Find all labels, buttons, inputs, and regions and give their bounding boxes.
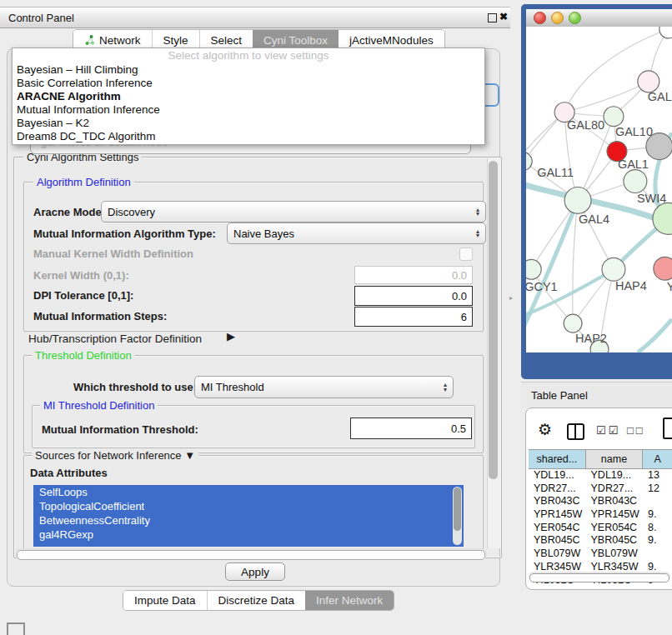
table-cell: YBL079W: [529, 548, 586, 561]
network-icon: [84, 34, 95, 46]
close-traffic-light-icon[interactable]: [534, 12, 546, 24]
tab-label: Cyni Toolbox: [263, 34, 328, 47]
collapsed-panel-icon[interactable]: [7, 622, 25, 635]
control-panel-titlebar: Control Panel ✖: [0, 7, 510, 28]
node-label: Y: [667, 280, 672, 293]
table-cell: [643, 548, 672, 561]
tab-label: Network: [99, 34, 141, 47]
node-label: GAL11: [537, 166, 574, 179]
algorithm-option-bayesian-k2[interactable]: Bayesian – K2: [13, 117, 484, 130]
node-table: shared...nameA YDL19...YDL19...13YDR27..…: [529, 449, 672, 587]
table-row[interactable]: YDR27...YDR27...12: [529, 482, 672, 496]
mi-threshold-field[interactable]: [350, 418, 472, 439]
tab-label: Discretize Data: [218, 594, 295, 607]
show-columns-icon[interactable]: ☑☑: [596, 424, 620, 437]
mi-algorithm-type-label: Mutual Information Algorithm Type:: [33, 228, 216, 240]
network-node-y[interactable]: [654, 257, 672, 280]
network-node-gcy1[interactable]: [526, 259, 541, 279]
settings-hscrollbar-thumb[interactable]: [17, 550, 485, 560]
aracne-mode-value: Discovery: [108, 206, 155, 218]
table-row[interactable]: YBR043CYBR043C: [529, 495, 672, 508]
algorithm-option-basic-correlation-inference[interactable]: Basic Correlation Inference: [13, 77, 484, 90]
table-row[interactable]: YPR145WYPR145W9.: [529, 508, 672, 522]
column-header-a[interactable]: A: [643, 450, 672, 468]
table-row[interactable]: YBL079WYBL079W: [529, 548, 672, 561]
network-node-hap4[interactable]: [602, 258, 625, 281]
table-cell: [643, 495, 672, 508]
network-canvas[interactable]: GALGAL80GAL10GAL1GAL11SWI4GAL4GCY1HAP4YH…: [526, 27, 672, 352]
table-cell: YDR27...: [586, 482, 644, 496]
network-node-hap2[interactable]: [564, 314, 582, 332]
algorithm-dropdown-popup: Select algorithm to view settings Bayesi…: [12, 48, 485, 145]
table-cell: 9.: [643, 508, 672, 522]
table-row[interactable]: YER054CYER054C8.: [529, 522, 672, 535]
network-node-gal11[interactable]: [526, 152, 532, 171]
splitter-handle[interactable]: ▸: [509, 294, 513, 302]
mi-steps-field[interactable]: [354, 307, 473, 327]
network-node[interactable]: [659, 27, 672, 38]
node-label: HAP4: [615, 279, 647, 292]
algorithm-option-aracne-algorithm[interactable]: ARACNE Algorithm: [13, 90, 484, 103]
network-node-gal4[interactable]: [564, 188, 591, 214]
table-cell: YBR043C: [586, 495, 644, 508]
threshold-definition-title: Threshold Definition: [32, 349, 135, 362]
column-header-name[interactable]: name: [586, 450, 644, 468]
table-hscrollbar-thumb[interactable]: [529, 573, 669, 582]
table-cell: YBR045C: [586, 534, 644, 548]
tab-discretize-data[interactable]: Discretize Data: [207, 591, 306, 610]
table-header-row: shared...nameA: [529, 449, 672, 469]
apply-button[interactable]: Apply: [225, 562, 285, 581]
hide-columns-icon[interactable]: □□: [627, 424, 645, 437]
which-threshold-value: MI Threshold: [201, 381, 264, 393]
network-edge: [573, 200, 578, 323]
manual-kernel-width-checkbox[interactable]: [459, 248, 473, 261]
attributes-scrollbar-thumb[interactable]: [454, 488, 461, 531]
attribute-item-selfloops[interactable]: SelfLoops: [33, 485, 464, 499]
data-attributes-list: SelfLoopsTopologicalCoefficientBetweenne…: [33, 485, 464, 547]
table-cell: YER054C: [586, 522, 644, 535]
tab-infer-network[interactable]: Infer Network: [305, 591, 394, 610]
algorithm-option-mutual-information-inference[interactable]: Mutual Information Inference: [13, 103, 484, 117]
network-node-gal10[interactable]: [604, 107, 624, 127]
algorithm-placeholder: Select algorithm to view settings: [13, 48, 484, 63]
attribute-item-betweennesscentrality[interactable]: BetweennessCentrality: [33, 513, 464, 528]
column-header-shared[interactable]: shared...: [529, 450, 586, 468]
attribute-item-topologicalcoefficient[interactable]: TopologicalCoefficient: [33, 499, 464, 513]
hub-expand-arrow-icon[interactable]: ▶: [227, 330, 235, 342]
tab-impute-data[interactable]: Impute Data: [123, 591, 207, 610]
algorithm-options-list: Bayesian – Hill ClimbingBasic Correlatio…: [13, 63, 484, 143]
mi-algorithm-type-combo[interactable]: Naive Bayes ▴▾: [227, 222, 486, 244]
table-panel-title: Table Panel: [531, 389, 588, 402]
aracne-mode-combo[interactable]: Discovery ▴▾: [101, 201, 486, 222]
tab-label: jActiveMNodules: [349, 34, 434, 47]
control-panel-title: Control Panel: [8, 12, 74, 24]
dpi-tolerance-field[interactable]: [354, 286, 473, 306]
column-view-icon[interactable]: [567, 423, 584, 440]
screen: Control Panel ✖ NetworkStyleSelectCyni T…: [0, 0, 672, 635]
algorithm-option-dream8-dc-tdc-algorithm[interactable]: Dream8 DC_TDC Algorithm: [13, 130, 484, 143]
network-edge: [564, 82, 649, 112]
new-table-icon[interactable]: [663, 418, 672, 439]
table-cell: 8.: [643, 522, 672, 535]
close-icon[interactable]: ✖: [498, 11, 509, 22]
node-label: GAL1: [618, 158, 649, 171]
table-cell: YDL19...: [586, 469, 644, 482]
kernel-width-field[interactable]: [354, 266, 473, 284]
which-threshold-label: Which threshold to use:: [73, 381, 197, 393]
algorithm-option-bayesian-hill-climbing[interactable]: Bayesian – Hill Climbing: [13, 63, 484, 77]
table-row[interactable]: YBR045CYBR045C9.: [529, 534, 672, 548]
table-cell: 12: [643, 482, 672, 496]
which-threshold-combo[interactable]: MI Threshold ▴▾: [194, 376, 454, 398]
table-row[interactable]: YDL19...YDL19...13: [529, 469, 672, 482]
minimize-traffic-light-icon[interactable]: [551, 12, 564, 24]
sources-collapse-arrow-icon[interactable]: ▼: [184, 449, 195, 462]
zoom-traffic-light-icon[interactable]: [569, 12, 581, 24]
algorithm-definition-title: Algorithm Definition: [33, 176, 134, 188]
network-node-swi4[interactable]: [624, 170, 647, 193]
attribute-item-gal4rgexp[interactable]: gal4RGexp: [33, 528, 464, 542]
mi-algorithm-type-value: Naive Bayes: [233, 228, 294, 240]
gear-icon[interactable]: ⚙: [538, 420, 552, 439]
float-window-icon[interactable]: [488, 13, 497, 22]
settings-vscrollbar-thumb[interactable]: [489, 161, 498, 479]
table-rows: YDL19...YDL19...13YDR27...YDR27...12YBR0…: [529, 469, 672, 587]
